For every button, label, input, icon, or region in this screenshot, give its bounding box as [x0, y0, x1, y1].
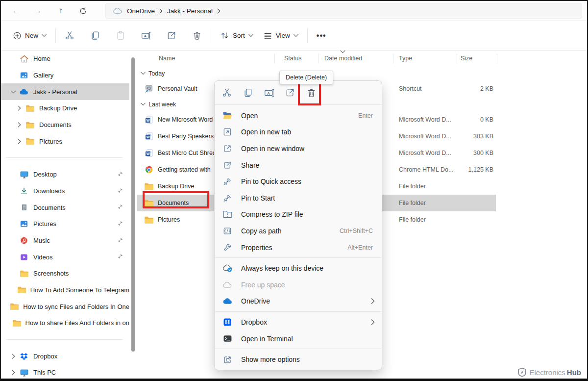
watermark-text-light: Electronics — [529, 368, 565, 377]
menu-item-dropbox[interactable]: Dropbox — [215, 314, 382, 330]
view-button-label: View — [276, 32, 290, 39]
new-button[interactable]: New — [8, 27, 51, 45]
column-header-date[interactable]: Date modified — [324, 55, 362, 62]
back-icon[interactable]: ← — [9, 4, 24, 18]
menu-item-pin-to-start[interactable]: Pin to Start — [215, 190, 382, 206]
column-header-name[interactable]: Name — [159, 55, 175, 62]
chevron-right-icon[interactable] — [8, 370, 19, 375]
column-header-status[interactable]: Status — [284, 55, 301, 62]
chevron-right-icon[interactable] — [14, 139, 24, 144]
sidebar-item-documents-pinned[interactable]: Documents — [1, 199, 129, 216]
sort-button[interactable]: Sort — [215, 27, 258, 45]
column-separator[interactable] — [457, 53, 457, 63]
column-separator[interactable] — [393, 53, 393, 63]
column-header-size[interactable]: Size — [461, 55, 472, 62]
copy-button[interactable] — [85, 27, 105, 45]
sidebar-item-pictures[interactable]: Pictures — [1, 133, 129, 150]
menu-item-open-new-tab[interactable]: Open in new tab — [215, 124, 382, 141]
paste-button[interactable] — [111, 27, 130, 45]
share-icon[interactable] — [284, 87, 296, 99]
sidebar-item-downloads[interactable]: Downloads — [1, 183, 129, 200]
sidebar-item-gallery[interactable]: Gallery — [1, 67, 129, 84]
sidebar-item-share-folder[interactable]: How to share Files And Folders in on — [1, 315, 129, 331]
sidebar-item-pictures-pinned[interactable]: Pictures — [1, 216, 129, 232]
breadcrumb-current[interactable]: Jakk - Personal — [167, 7, 213, 15]
cut-icon[interactable] — [221, 87, 233, 99]
sidebar-item-desktop[interactable]: Desktop — [1, 166, 129, 183]
sidebar-item-label: Desktop — [33, 171, 57, 178]
chevron-down-icon[interactable] — [8, 90, 19, 94]
group-label: Last week — [148, 101, 176, 108]
sidebar-item-home[interactable]: Home — [1, 51, 129, 67]
menu-item-share[interactable]: Share — [215, 157, 382, 174]
refresh-icon[interactable] — [75, 4, 90, 18]
sidebar-item-onedrive-personal[interactable]: Jakk - Personal — [1, 83, 129, 100]
menu-item-label: Show more options — [241, 356, 300, 363]
delete-icon[interactable] — [305, 87, 317, 99]
column-header-type[interactable]: Type — [399, 55, 412, 62]
sidebar-scrollbar[interactable] — [131, 57, 135, 352]
zip-folder-icon — [221, 209, 233, 219]
sidebar-item-label: This PC — [33, 369, 56, 376]
this-pc-icon — [19, 368, 29, 377]
menu-item-always-keep-on-device[interactable]: Always keep on this device — [215, 260, 382, 277]
chevron-right-icon[interactable] — [8, 354, 19, 359]
menu-item-open[interactable]: Open Enter — [215, 107, 382, 124]
share-button[interactable] — [162, 27, 181, 45]
menu-item-compress-zip[interactable]: Compress to ZIP file — [215, 206, 382, 223]
file-size: 2 KB — [431, 85, 493, 92]
sidebar-item-documents[interactable]: Documents — [1, 117, 129, 133]
sidebar-item-this-pc[interactable]: This PC — [1, 364, 129, 379]
menu-shortcut: Alt+Enter — [347, 244, 373, 251]
sidebar-item-telegram-folder[interactable]: How To Add Someone To Telegram — [1, 282, 129, 299]
up-icon[interactable]: ↑ — [53, 4, 68, 18]
chevron-down-icon[interactable] — [139, 72, 147, 75]
rename-button[interactable] — [136, 27, 156, 45]
chevron-right-icon[interactable] — [217, 8, 220, 14]
file-type: File folder — [399, 216, 458, 223]
sidebar-item-backup-drive[interactable]: Backup Drive — [1, 100, 129, 117]
menu-item-onedrive[interactable]: OneDrive — [215, 293, 382, 310]
command-toolbar: New Sort View ••• — [1, 21, 587, 51]
menu-item-label: Free up space — [241, 281, 285, 289]
menu-item-label: Open in new window — [241, 145, 304, 152]
address-bar[interactable]: OneDrive Jakk - Personal — [105, 3, 582, 19]
sidebar-divider — [1, 150, 129, 166]
menu-item-show-more-options[interactable]: Show more options — [215, 351, 382, 368]
view-button[interactable]: View — [258, 27, 303, 45]
copy-icon[interactable] — [242, 87, 254, 99]
chevron-right-icon[interactable] — [14, 105, 24, 111]
sidebar-item-label: Pictures — [39, 138, 62, 145]
sidebar-item-sync-folder[interactable]: How to sync Files and Folders In One — [1, 298, 129, 315]
menu-item-open-in-terminal[interactable]: Open in Terminal — [215, 330, 382, 347]
menu-item-copy-as-path[interactable]: Copy as path Ctrl+Shift+C — [215, 223, 382, 239]
folder-icon — [19, 269, 29, 278]
column-separator[interactable] — [274, 53, 275, 63]
new-button-label: New — [25, 32, 38, 39]
chevron-down-icon[interactable] — [139, 102, 147, 106]
chevron-right-icon[interactable] — [14, 122, 24, 127]
sidebar-item-dropbox[interactable]: Dropbox — [1, 348, 129, 364]
sidebar-item-music[interactable]: Music — [1, 232, 129, 249]
chevron-right-icon[interactable] — [159, 8, 163, 14]
menu-item-pin-quick-access[interactable]: Pin to Quick access — [215, 173, 382, 190]
cut-button[interactable] — [60, 27, 79, 45]
delete-button[interactable] — [187, 27, 207, 45]
rename-icon[interactable] — [263, 87, 275, 99]
menu-item-free-up-space[interactable]: Free up space — [215, 277, 382, 293]
dropbox-icon — [221, 317, 233, 327]
column-separator[interactable] — [497, 53, 497, 63]
navigation-bar: ← → ↑ OneDrive Jakk - Personal — [1, 1, 587, 21]
open-new-tab-icon — [221, 127, 233, 137]
breadcrumb-root[interactable]: OneDrive — [127, 7, 155, 15]
more-options-ellipsis-button[interactable]: ••• — [312, 27, 331, 45]
column-separator[interactable] — [318, 53, 319, 63]
menu-item-open-new-window[interactable]: Open in new window — [215, 140, 382, 157]
sidebar-item-label: Downloads — [33, 187, 65, 195]
sidebar-item-screenshots[interactable]: Screenshots — [1, 265, 129, 282]
pin-icon — [117, 237, 123, 243]
sidebar-item-label: How To Add Someone To Telegram — [30, 286, 129, 294]
menu-item-properties[interactable]: Properties Alt+Enter — [215, 239, 382, 256]
sidebar-item-videos[interactable]: Videos — [1, 249, 129, 265]
forward-icon[interactable]: → — [30, 4, 45, 18]
